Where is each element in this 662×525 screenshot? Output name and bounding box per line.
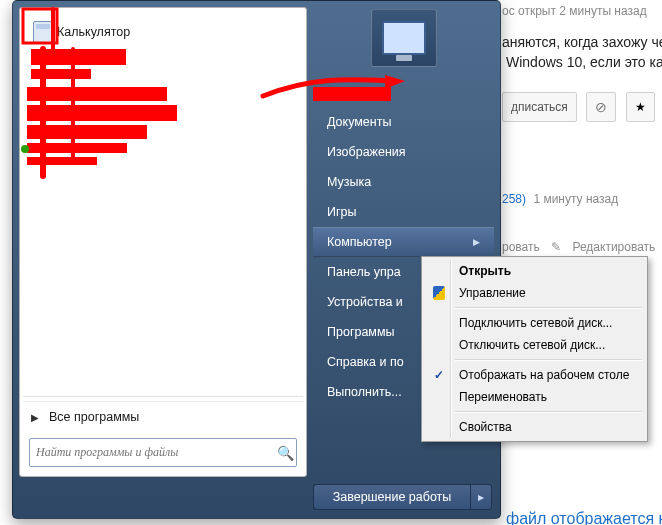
- right-item-games[interactable]: Игры: [313, 197, 494, 227]
- calculator-icon: [29, 21, 57, 43]
- user-picture-frame[interactable]: [371, 9, 437, 67]
- chevron-right-icon: ▶: [473, 228, 480, 256]
- start-menu-left-panel: Калькулятор ▶ Все программы 🔍: [19, 7, 307, 477]
- search-input[interactable]: [30, 445, 274, 460]
- ctx-rename[interactable]: Переименовать: [425, 386, 644, 408]
- pinned-list: Калькулятор: [23, 11, 303, 392]
- triangle-right-icon: ▸: [478, 490, 484, 504]
- triangle-right-icon: ▶: [31, 412, 39, 423]
- ctx-manage[interactable]: Управление: [425, 282, 644, 304]
- file-display-link[interactable]: файл отображается к: [506, 510, 662, 525]
- shutdown-menu-button[interactable]: ▸: [470, 484, 492, 510]
- ctx-show-on-desktop[interactable]: ✓ Отображать на рабочем столе: [425, 364, 644, 386]
- check-icon: ✓: [431, 367, 447, 383]
- separator: [23, 396, 303, 397]
- shutdown-group: Завершение работы ▸: [313, 484, 492, 510]
- answer-time: 1 минуту назад: [533, 192, 618, 206]
- right-item-music[interactable]: Музыка: [313, 167, 494, 197]
- star-icon: ★: [635, 100, 646, 114]
- search-box[interactable]: 🔍: [29, 438, 297, 467]
- ctx-open[interactable]: Открыть: [425, 260, 644, 282]
- question-time: ос открыт 2 минуты назад: [502, 4, 647, 18]
- pinned-item-calculator[interactable]: Калькулятор: [29, 15, 299, 49]
- favorite-button[interactable]: ★: [626, 92, 655, 122]
- pinned-item-label: Калькулятор: [57, 25, 130, 39]
- right-item-pictures[interactable]: Изображения: [313, 137, 494, 167]
- subscribe-label: дписаться: [511, 100, 568, 114]
- subscribe-button[interactable]: дписаться: [502, 92, 577, 122]
- separator: [455, 411, 642, 413]
- shutdown-button[interactable]: Завершение работы: [313, 484, 470, 510]
- separator: [455, 307, 642, 309]
- ctx-map-drive[interactable]: Подключить сетевой диск...: [425, 312, 644, 334]
- ctx-unmap-drive[interactable]: Отключить сетевой диск...: [425, 334, 644, 356]
- separator: [455, 359, 642, 361]
- all-programs[interactable]: ▶ Все программы: [23, 401, 303, 432]
- comment-action-1[interactable]: ровать: [502, 240, 540, 254]
- question-line-2: Windows 10, если это ка: [506, 54, 662, 70]
- right-item-documents[interactable]: Документы: [313, 107, 494, 137]
- user-rep-link[interactable]: 258): [502, 192, 526, 206]
- computer-icon: [382, 21, 426, 55]
- search-icon[interactable]: 🔍: [274, 445, 296, 461]
- question-line-1: аняются, когда захожу че: [502, 34, 662, 50]
- ctx-properties[interactable]: Свойства: [425, 416, 644, 438]
- comment-action-2[interactable]: Редактировать: [572, 240, 655, 254]
- right-item-computer[interactable]: Компьютер▶: [313, 227, 494, 257]
- context-menu: Открыть Управление Подключить сетевой ди…: [421, 256, 648, 442]
- all-programs-label: Все программы: [49, 410, 139, 424]
- no-symbol-icon: ⊘: [595, 99, 607, 115]
- shield-icon: [431, 285, 447, 301]
- disable-button[interactable]: ⊘: [586, 92, 616, 122]
